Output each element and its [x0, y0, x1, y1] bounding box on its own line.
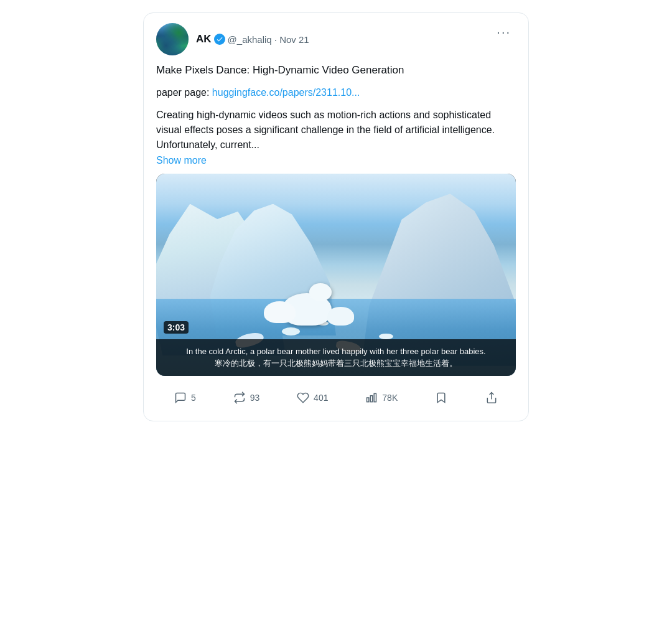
bear-head	[309, 283, 332, 301]
heart-icon	[296, 391, 310, 405]
ice-chunk-2	[282, 327, 300, 335]
verified-badge-icon	[214, 34, 225, 45]
paper-link[interactable]: huggingface.co/papers/2311.10...	[212, 87, 360, 98]
bookmark-button[interactable]	[429, 387, 453, 408]
paper-prefix: paper page:	[156, 87, 212, 98]
views-icon	[365, 391, 378, 405]
user-name-row: AK @_akhaliq · Nov 21	[196, 33, 309, 45]
bears-group	[264, 285, 354, 326]
more-options-button[interactable]: ···	[492, 23, 516, 40]
subtitle-zh: 寒冷的北极，有一只北极熊妈妈带着三只北极熊宝宝幸福地生活着。	[165, 357, 507, 370]
display-name: AK	[196, 33, 212, 45]
reply-button[interactable]: 5	[169, 387, 201, 408]
share-icon	[485, 391, 498, 405]
show-more-button[interactable]: Show more	[156, 155, 207, 166]
reply-count: 5	[191, 393, 196, 403]
like-count: 401	[314, 393, 328, 403]
tweet-title: Make Pixels Dance: High-Dynamic Video Ge…	[156, 63, 516, 78]
svg-rect-2	[374, 393, 376, 401]
tweet-header-left: AK @_akhaliq · Nov 21	[156, 23, 309, 55]
tweet-body: paper page: huggingface.co/papers/2311.1…	[156, 85, 516, 152]
svg-rect-0	[367, 398, 369, 402]
reply-icon	[174, 391, 187, 405]
subtitle-en: In the cold Arctic, a polar bear mother …	[165, 345, 507, 358]
tweet-text: Creating high-dynamic videos such as mot…	[156, 108, 516, 152]
bookmark-icon	[434, 391, 448, 405]
avatar[interactable]	[156, 23, 189, 55]
views-count: 78K	[382, 393, 398, 403]
subtitle-bar: In the cold Arctic, a polar bear mother …	[156, 339, 516, 376]
tweet-header: AK @_akhaliq · Nov 21 ···	[156, 23, 516, 55]
video-scene: 3:03 In the cold Arctic, a polar bear mo…	[156, 174, 516, 376]
retweet-button[interactable]: 93	[228, 387, 265, 408]
separator: ·	[274, 34, 279, 45]
bear-cub-1	[264, 301, 296, 324]
retweet-count: 93	[250, 393, 260, 403]
handle: @_akhaliq	[228, 34, 272, 45]
video-player[interactable]: 3:03 In the cold Arctic, a polar bear mo…	[156, 174, 516, 376]
paper-line: paper page: huggingface.co/papers/2311.1…	[156, 85, 516, 100]
share-button[interactable]	[480, 387, 503, 408]
svg-rect-1	[371, 396, 373, 402]
retweet-icon	[233, 391, 246, 405]
like-button[interactable]: 401	[291, 387, 333, 408]
tweet-card: AK @_akhaliq · Nov 21 ··· Make Pixels Da…	[143, 12, 529, 421]
user-info: AK @_akhaliq · Nov 21	[196, 33, 309, 45]
video-timestamp: 3:03	[164, 321, 189, 334]
date: Nov 21	[279, 34, 309, 45]
bear-cub-2	[327, 307, 354, 325]
handle-date: @_akhaliq · Nov 21	[228, 34, 309, 45]
tweet-actions: 5 93 401	[156, 385, 516, 411]
views-button[interactable]: 78K	[360, 387, 403, 408]
